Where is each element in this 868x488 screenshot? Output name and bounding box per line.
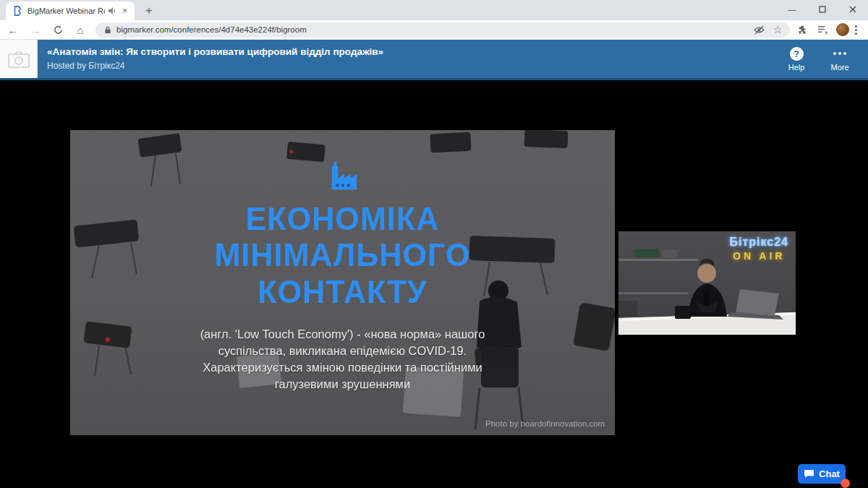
chat-button[interactable]: Chat <box>798 464 846 484</box>
camera-tile[interactable] <box>0 40 38 78</box>
slide-title-line-3: КОНТАКТУ <box>214 274 470 310</box>
close-icon <box>849 6 856 13</box>
slide-subtitle: (англ. 'Low Touch Economy') - «нова норм… <box>200 326 485 393</box>
webinar-stage: ЕКОНОМІКА МІНІМАЛЬНОГО КОНТАКТУ (англ. '… <box>0 80 868 488</box>
presentation-slide[interactable]: ЕКОНОМІКА МІНІМАЛЬНОГО КОНТАКТУ (англ. '… <box>70 130 615 435</box>
slide-subtitle-line-1: (англ. 'Low Touch Economy') - «нова норм… <box>200 326 485 343</box>
chat-notification-dot <box>841 479 850 488</box>
reload-button[interactable] <box>48 22 67 38</box>
browser-window: BigMarker Webinar Room × + — ← → ⌂ <box>0 0 868 488</box>
help-button[interactable]: ? Help <box>781 47 812 72</box>
help-label: Help <box>788 63 805 72</box>
tab-close-icon[interactable]: × <box>119 6 130 17</box>
profile-avatar[interactable] <box>836 23 849 36</box>
list-icon <box>817 25 828 35</box>
slide-title: ЕКОНОМІКА МІНІМАЛЬНОГО КОНТАКТУ <box>214 201 470 310</box>
presenter-video-feed[interactable]: Бітрікс24 ON AIR <box>618 231 796 335</box>
url-field[interactable]: bigmarker.com/conferences/4d74e43e224f/b… <box>95 22 790 38</box>
forward-button[interactable]: → <box>26 22 45 38</box>
extensions-puzzle-icon[interactable] <box>794 22 810 38</box>
bookmark-star-icon[interactable]: ☆ <box>771 24 784 35</box>
more-icon <box>833 47 846 61</box>
media-blocked-icon[interactable] <box>752 24 765 35</box>
lock-icon[interactable] <box>104 26 111 34</box>
slide-subtitle-line-3: Характеризується зміною поведінки та пос… <box>200 359 485 376</box>
reload-icon <box>54 25 63 35</box>
help-icon: ? <box>790 47 804 61</box>
new-tab-button[interactable]: + <box>140 2 158 20</box>
camera-icon <box>8 51 30 68</box>
slide-title-line-2: МІНІМАЛЬНОГО <box>214 237 470 273</box>
back-button[interactable]: ← <box>4 22 22 38</box>
browser-menu-icon[interactable] <box>855 25 857 35</box>
maximize-icon <box>819 6 826 13</box>
reading-list-icon[interactable] <box>814 22 830 38</box>
tab-audio-icon[interactable] <box>108 7 116 15</box>
puzzle-icon <box>797 25 808 35</box>
window-controls: — <box>777 0 868 19</box>
neon-sign: Бітрікс24 ON AIR <box>730 236 789 262</box>
slide-subtitle-line-4: галузевими зрушеннями <box>200 376 485 393</box>
window-close-button[interactable] <box>838 0 868 19</box>
bigmarker-favicon <box>12 6 22 16</box>
factory-icon <box>326 159 359 192</box>
window-maximize-button[interactable] <box>807 0 838 19</box>
slide-subtitle-line-2: суспільства, викликана епідемією COVID-1… <box>200 343 485 359</box>
tab-strip: BigMarker Webinar Room × + — <box>0 0 868 20</box>
address-bar: ← → ⌂ bigmarker.com/conferences/4d74e43e… <box>0 20 868 40</box>
eye-slash-icon <box>754 25 765 35</box>
neon-on-air: ON AIR <box>730 250 789 262</box>
url-text[interactable]: bigmarker.com/conferences/4d74e43e224f/b… <box>116 25 746 34</box>
photo-credit: Photo by boardofinnovation.com <box>485 419 605 428</box>
chat-bubble-icon <box>804 469 814 479</box>
neon-bitrix24: Бітрікс24 <box>730 236 789 249</box>
webinar-host: Hosted by Бітрікс24 <box>47 61 781 71</box>
chat-label: Chat <box>819 468 840 479</box>
tab-bigmarker[interactable]: BigMarker Webinar Room × <box>6 1 135 20</box>
window-minimize-button[interactable]: — <box>777 0 807 19</box>
header-actions: ? Help More <box>781 40 868 78</box>
home-button[interactable]: ⌂ <box>71 22 90 38</box>
more-label: More <box>830 63 848 72</box>
webinar-header: «Анатомія змін: Як створити і розвивати … <box>0 40 868 80</box>
webinar-title: «Анатомія змін: Як створити і розвивати … <box>47 46 781 57</box>
more-button[interactable]: More <box>825 47 855 72</box>
slide-title-line-1: ЕКОНОМІКА <box>214 201 470 237</box>
tab-title: BigMarker Webinar Room <box>27 7 105 15</box>
webinar-header-texts: «Анатомія змін: Як створити і розвивати … <box>38 40 781 78</box>
slide-content: ЕКОНОМІКА МІНІМАЛЬНОГО КОНТАКТУ (англ. '… <box>70 130 615 435</box>
